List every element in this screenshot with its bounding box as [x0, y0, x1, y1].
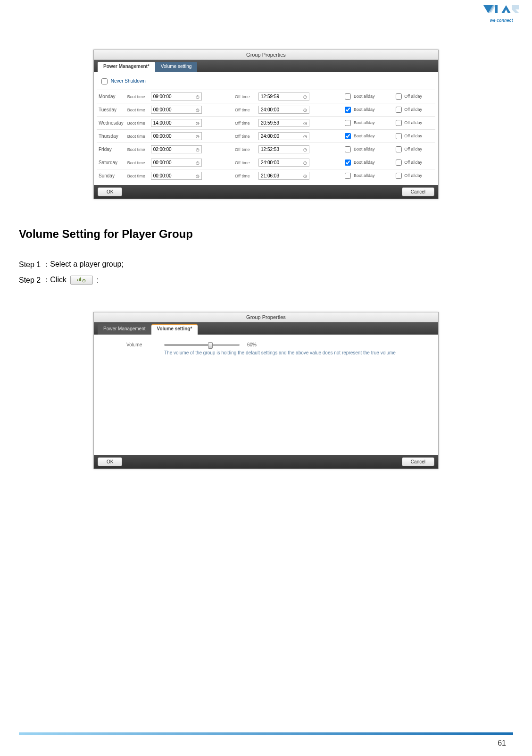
off-time-label: Off time: [233, 130, 257, 143]
schedule-row: Thursday Boot time ◷ Off time ◷ Boot all…: [97, 130, 435, 143]
dialog-title: Group Properties: [94, 312, 438, 322]
boot-time-input[interactable]: ◷: [151, 132, 202, 140]
tab-volume-setting[interactable]: Volume setting*: [151, 324, 198, 335]
tab-power-management[interactable]: Power Management: [98, 324, 151, 335]
off-time-input[interactable]: ◷: [258, 132, 309, 140]
off-allday-checkbox[interactable]: [396, 120, 402, 126]
boot-time-input[interactable]: ◷: [151, 92, 202, 101]
clock-icon[interactable]: ◷: [303, 94, 308, 99]
volume-slider-thumb[interactable]: [208, 342, 213, 349]
boot-allday-label: Boot allday: [354, 134, 375, 138]
via-logo: we connect: [482, 4, 520, 23]
boot-time-label: Boot time: [125, 117, 149, 130]
step-1: Step 1：Select a player group;: [19, 260, 513, 269]
clock-icon[interactable]: ◷: [196, 94, 200, 99]
off-time-input[interactable]: ◷: [258, 119, 309, 127]
clock-icon[interactable]: ◷: [303, 108, 308, 112]
day-label: Wednesday: [97, 117, 125, 130]
off-allday-checkbox[interactable]: [396, 160, 402, 166]
boot-allday-checkbox[interactable]: [345, 146, 351, 152]
schedule-row: Friday Boot time ◷ Off time ◷ Boot allda…: [97, 143, 435, 156]
boot-time-label: Boot time: [125, 156, 149, 169]
off-time-label: Off time: [233, 90, 257, 103]
clock-icon[interactable]: ◷: [303, 174, 308, 178]
boot-allday-checkbox[interactable]: [345, 120, 351, 126]
boot-time-label: Boot time: [125, 169, 149, 183]
off-allday-label: Off allday: [404, 94, 422, 99]
off-allday-checkbox[interactable]: [396, 173, 402, 179]
schedule-row: Sunday Boot time ◷ Off time ◷ Boot allda…: [97, 169, 435, 183]
volume-slider[interactable]: [164, 344, 240, 346]
svg-rect-6: [79, 278, 80, 281]
boot-allday-label: Boot allday: [354, 173, 375, 178]
boot-time-input[interactable]: ◷: [151, 172, 202, 180]
off-time-label: Off time: [233, 169, 257, 183]
off-allday-checkbox[interactable]: [396, 146, 402, 152]
clock-icon[interactable]: ◷: [196, 147, 200, 152]
day-label: Monday: [97, 90, 125, 103]
boot-time-label: Boot time: [125, 90, 149, 103]
schedule-row: Tuesday Boot time ◷ Off time ◷ Boot alld…: [97, 103, 435, 117]
boot-allday-checkbox[interactable]: [345, 107, 351, 113]
footer-divider: [19, 732, 513, 735]
off-allday-label: Off allday: [404, 107, 422, 112]
clock-icon[interactable]: ◷: [196, 121, 200, 126]
schedule-row: Saturday Boot time ◷ Off time ◷ Boot all…: [97, 156, 435, 169]
off-allday-label: Off allday: [404, 173, 422, 178]
svg-rect-5: [77, 279, 78, 281]
off-time-input[interactable]: ◷: [258, 106, 309, 114]
clock-icon[interactable]: ◷: [303, 134, 308, 139]
off-time-label: Off time: [233, 117, 257, 130]
tab-power-management[interactable]: Power Management*: [98, 62, 155, 73]
never-shutdown-label: Never Shutdown: [111, 78, 146, 84]
boot-allday-checkbox[interactable]: [345, 133, 351, 139]
off-time-input[interactable]: ◷: [258, 145, 309, 153]
boot-time-input[interactable]: ◷: [151, 159, 202, 167]
off-time-input[interactable]: ◷: [258, 159, 309, 167]
boot-allday-label: Boot allday: [354, 94, 375, 99]
clock-icon[interactable]: ◷: [196, 108, 200, 112]
tab-bar: Power Management* Volume setting: [94, 60, 438, 72]
boot-allday-checkbox[interactable]: [345, 173, 351, 179]
clock-icon[interactable]: ◷: [303, 160, 308, 165]
tab-volume-setting[interactable]: Volume setting: [155, 62, 198, 72]
off-allday-checkbox[interactable]: [396, 133, 402, 139]
clock-icon[interactable]: ◷: [303, 121, 308, 126]
day-label: Sunday: [97, 169, 125, 183]
page-number: 61: [498, 739, 506, 748]
ok-button[interactable]: OK: [98, 457, 122, 466]
clock-icon[interactable]: ◷: [303, 147, 308, 152]
svg-marker-4: [501, 5, 511, 13]
boot-time-input[interactable]: ◷: [151, 106, 202, 114]
boot-time-label: Boot time: [125, 130, 149, 143]
boot-allday-checkbox[interactable]: [345, 160, 351, 166]
volume-value: 60%: [247, 342, 257, 347]
clock-icon[interactable]: ◷: [196, 160, 200, 165]
tab-bar: Power Management Volume setting*: [94, 322, 438, 335]
volume-label: Volume: [126, 342, 164, 347]
schedule-table: Monday Boot time ◷ Off time ◷ Boot allda…: [97, 90, 435, 182]
section-heading: Volume Setting for Player Group: [19, 227, 513, 241]
boot-time-input[interactable]: ◷: [151, 119, 202, 127]
step-2: Step 2 ：Click :: [19, 275, 513, 285]
schedule-row: Wednesday Boot time ◷ Off time ◷ Boot al…: [97, 117, 435, 130]
boot-allday-label: Boot allday: [354, 147, 375, 151]
clock-icon[interactable]: ◷: [196, 134, 200, 139]
cancel-button[interactable]: Cancel: [402, 457, 434, 466]
never-shutdown-checkbox[interactable]: [101, 78, 108, 84]
off-allday-checkbox[interactable]: [396, 107, 402, 113]
off-time-input[interactable]: ◷: [258, 172, 309, 180]
cancel-button[interactable]: Cancel: [402, 187, 434, 196]
off-time-label: Off time: [233, 103, 257, 117]
off-allday-checkbox[interactable]: [396, 93, 402, 100]
svg-line-10: [84, 281, 85, 281]
volume-toolbar-button-icon: [70, 276, 93, 285]
boot-allday-checkbox[interactable]: [345, 93, 351, 100]
off-time-input[interactable]: ◷: [258, 92, 309, 101]
off-allday-label: Off allday: [404, 160, 422, 165]
clock-icon[interactable]: ◷: [196, 174, 200, 178]
boot-time-input[interactable]: ◷: [151, 145, 202, 153]
logo-tagline: we connect: [482, 18, 520, 23]
off-allday-label: Off allday: [404, 147, 422, 151]
ok-button[interactable]: OK: [98, 187, 122, 196]
